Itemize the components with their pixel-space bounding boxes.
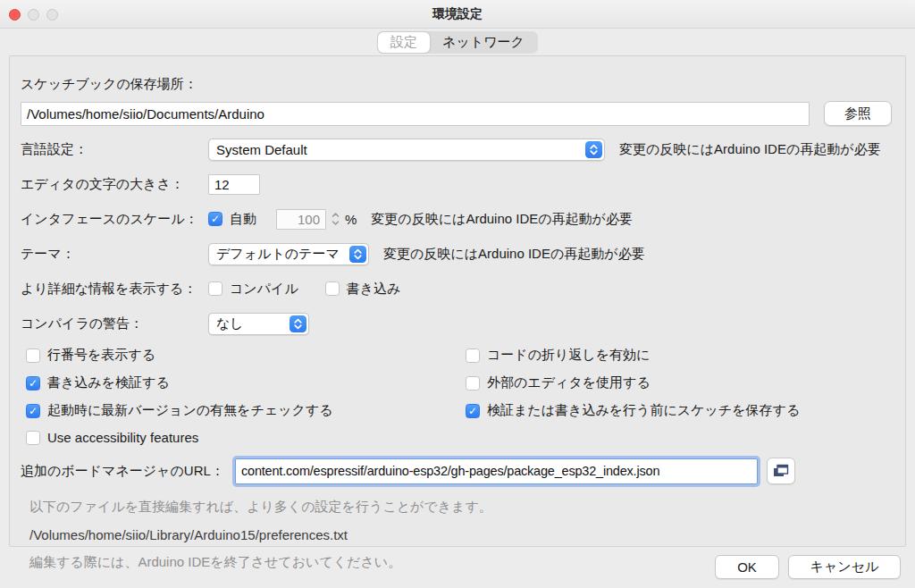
verbose-upload-item: ✓ 書き込み [325, 281, 401, 298]
verify-upload-label: 書き込みを検証する [47, 374, 170, 391]
preferences-window: 環境設定 設定 ネットワーク スケッチブックの保存場所： 参照 言語設定： Sy… [0, 0, 915, 588]
close-button[interactable] [9, 9, 21, 21]
board-manager-url-input[interactable] [235, 458, 758, 484]
scale-auto-label: 自動 [230, 211, 256, 228]
scale-percent-label: % [345, 212, 357, 227]
editor-font-size-label: エディタの文字の大きさ： [21, 176, 208, 193]
checkmark-icon: ✓ [29, 378, 38, 389]
theme-selected-value: デフォルトのテーマ [209, 246, 347, 263]
code-folding-label: コードの折り返しを有効に [487, 347, 650, 364]
settings-panel: スケッチブックの保存場所： 参照 言語設定： System Default 変更… [9, 55, 906, 547]
scale-auto-checkbox[interactable]: ✓ [208, 212, 222, 226]
verbose-output-label: より詳細な情報を表示する： [21, 281, 208, 298]
ok-button[interactable]: OK [715, 555, 779, 579]
tab-settings[interactable]: 設定 [378, 32, 430, 53]
compiler-warnings-label: コンパイラの警告： [21, 315, 208, 332]
window-title: 環境設定 [432, 6, 483, 22]
sketchbook-location-label: スケッチブックの保存場所： [21, 76, 208, 93]
line-numbers-label: 行番号を表示する [47, 347, 155, 364]
stepper-icon[interactable] [329, 211, 342, 227]
option-save-before-verify: ✓ 検証または書き込みを行う前にスケッチを保存する [466, 402, 894, 419]
verbose-compile-checkbox[interactable]: ✓ [208, 281, 222, 296]
save-before-verify-label: 検証または書き込みを行う前にスケッチを保存する [487, 402, 800, 419]
accessibility-checkbox[interactable]: ✓ [26, 431, 40, 445]
language-select[interactable]: System Default [208, 139, 605, 161]
board-urls-dialog-button[interactable] [767, 458, 795, 484]
accessibility-label: Use accessibility features [47, 430, 198, 445]
tab-strip: 設定 ネットワーク [0, 29, 915, 55]
save-before-verify-checkbox[interactable]: ✓ [466, 404, 480, 418]
theme-select[interactable]: デフォルトのテーマ [208, 243, 369, 265]
window-controls [9, 9, 58, 21]
external-editor-label: 外部のエディタを使用する [487, 374, 651, 391]
scale-value-input [276, 209, 326, 230]
language-selected-value: System Default [209, 142, 315, 157]
title-bar: 環境設定 [0, 0, 915, 29]
line-numbers-checkbox[interactable]: ✓ [26, 349, 40, 363]
option-accessibility: ✓ Use accessibility features [26, 430, 466, 445]
verbose-compile-item: ✓ コンパイル [208, 281, 298, 298]
compiler-warnings-select[interactable]: なし [208, 313, 309, 335]
scale-auto-checkbox-item: ✓ 自動 [208, 211, 256, 228]
language-label: 言語設定： [21, 141, 208, 158]
chevron-up-down-icon [349, 246, 366, 263]
editor-font-size-input[interactable] [208, 174, 260, 195]
minimize-button [28, 9, 39, 21]
cancel-button[interactable]: キャンセル [788, 555, 901, 579]
verify-upload-checkbox[interactable]: ✓ [26, 376, 40, 391]
option-code-folding: ✓ コードの折り返しを有効に [466, 347, 894, 364]
chevron-up-down-icon [290, 315, 306, 332]
edit-file-note: 以下のファイルを直接編集すれば、より多くの設定を行うことができます。 [29, 499, 894, 516]
verbose-upload-label: 書き込み [347, 281, 401, 298]
external-editor-checkbox[interactable]: ✓ [466, 376, 480, 391]
check-updates-checkbox[interactable]: ✓ [26, 404, 40, 418]
language-restart-note: 変更の反映にはArduino IDEの再起動が必要 [619, 141, 881, 158]
browse-button[interactable]: 参照 [824, 101, 892, 126]
option-check-updates: ✓ 起動時に最新バージョンの有無をチェックする [26, 402, 466, 419]
chevron-up-down-icon [585, 141, 602, 158]
interface-scale-label: インタフェースのスケール： [21, 211, 208, 228]
check-updates-label: 起動時に最新バージョンの有無をチェックする [47, 402, 333, 419]
option-external-editor: ✓ 外部のエディタを使用する [466, 374, 894, 391]
option-line-numbers: ✓ 行番号を表示する [26, 347, 466, 364]
checkmark-icon: ✓ [211, 214, 220, 224]
sketchbook-location-input[interactable] [21, 102, 810, 126]
tab-segmented-control: 設定 ネットワーク [377, 31, 538, 54]
code-folding-checkbox[interactable]: ✓ [466, 349, 480, 363]
verbose-compile-label: コンパイル [230, 281, 298, 298]
checkmark-icon: ✓ [468, 406, 477, 416]
verbose-upload-checkbox[interactable]: ✓ [325, 281, 340, 296]
scale-restart-note: 変更の反映にはArduino IDEの再起動が必要 [371, 211, 633, 228]
dialog-buttons: OK キャンセル [715, 555, 901, 579]
tab-network[interactable]: ネットワーク [430, 32, 537, 53]
theme-label: テーマ： [21, 246, 208, 263]
new-window-icon [773, 464, 789, 478]
theme-restart-note: 変更の反映にはArduino IDEの再起動が必要 [383, 246, 645, 263]
board-manager-url-label: 追加のボードマネージャのURL： [21, 463, 235, 480]
options-grid: ✓ 行番号を表示する ✓ コードの折り返しを有効に ✓ 書き込みを検証する ✓ … [26, 347, 894, 445]
preferences-file-path: /Volumes/home/siio/Library/Arduino15/pre… [29, 527, 894, 542]
checkmark-icon: ✓ [29, 406, 38, 416]
zoom-button [46, 9, 58, 21]
option-verify-upload: ✓ 書き込みを検証する [26, 374, 466, 391]
compiler-warnings-selected-value: なし [209, 315, 251, 332]
